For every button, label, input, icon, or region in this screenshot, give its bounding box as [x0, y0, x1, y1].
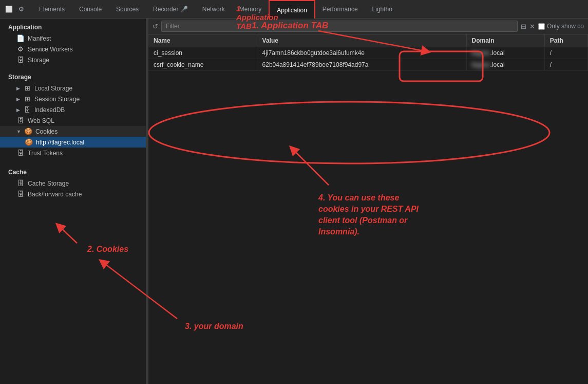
- filter-bar: ↺ ⊟ ✕ Only show co: [148, 19, 588, 34]
- cookie-name-ci-session: ci_session: [148, 47, 257, 59]
- sidebar-item-web-sql[interactable]: 🗄 Web SQL: [0, 115, 146, 126]
- blurred-domain-1: tlagrec: [472, 49, 490, 57]
- cookie-path-ci-session: /: [544, 47, 587, 59]
- sidebar-item-domain-url-label: http://tlagrec.local: [36, 139, 84, 146]
- cookies-icon: 🍪: [24, 127, 32, 135]
- storage-section-title: Storage: [0, 68, 146, 83]
- indexeddb-icon: 🗄: [23, 106, 31, 114]
- sidebar-item-storage[interactable]: 🗄 Storage: [0, 54, 146, 65]
- col-header-value: Value: [257, 34, 466, 47]
- col-header-domain: Domain: [466, 34, 544, 47]
- main-layout: Application 📄 Manifest ⚙ Service Workers…: [0, 19, 588, 384]
- arrow-local-storage: ▶: [16, 86, 20, 91]
- tab-application[interactable]: Application: [269, 0, 315, 19]
- col-header-name: Name: [148, 34, 257, 47]
- cookie-domain-csrf: tlagrec.local: [466, 59, 544, 71]
- table-row[interactable]: csrf_cookie_name 62b04a891414ef789bee710…: [148, 59, 588, 71]
- cookie-name-csrf: csrf_cookie_name: [148, 59, 257, 71]
- cookie-path-csrf: /: [544, 59, 587, 71]
- sidebar-item-trust-tokens-label: Trust Tokens: [28, 150, 63, 157]
- session-storage-icon: ⊞: [23, 95, 31, 103]
- sidebar-item-storage-label: Storage: [28, 57, 49, 64]
- tab-bar: ⬜ ⚙ Elements Console Sources Recorder 🎤 …: [0, 0, 588, 19]
- cookie-table: Name Value Domain Path ci_session 4ji7am…: [148, 34, 588, 384]
- sidebar-item-cookies[interactable]: ▼ 🍪 Cookies: [0, 126, 146, 137]
- only-show-label[interactable]: Only show co: [538, 23, 584, 30]
- arrow-cookies: ▼: [16, 129, 21, 134]
- tab-memory[interactable]: Memory: [232, 0, 269, 19]
- tab-elements[interactable]: Elements: [32, 0, 72, 19]
- sidebar-item-cache-storage[interactable]: 🗄 Cache Storage: [0, 178, 146, 189]
- cache-storage-icon: 🗄: [16, 179, 25, 187]
- filter-controls: ⊟ ✕ Only show co: [521, 23, 584, 30]
- back-forward-cache-icon: 🗄: [16, 190, 25, 198]
- cookie-url-icon: 🍪: [25, 138, 33, 146]
- domain-tld-1: local: [492, 49, 505, 57]
- tab-performance[interactable]: Performance: [315, 0, 365, 19]
- cache-section-title: Cache: [0, 163, 146, 178]
- cookies-data-table: Name Value Domain Path ci_session 4ji7am…: [148, 34, 588, 71]
- content-area: ↺ ⊟ ✕ Only show co Name Value Domain: [148, 19, 588, 384]
- sidebar-item-session-storage-label: Session Storage: [34, 96, 80, 103]
- sidebar-item-back-forward-cache[interactable]: 🗄 Back/forward cache: [0, 189, 146, 199]
- only-show-checkbox[interactable]: [538, 23, 545, 30]
- service-workers-icon: ⚙: [16, 45, 25, 53]
- cookie-value-ci-session: 4ji7amn186ckbo0gutdoe3ai6ufumk4e: [257, 47, 466, 59]
- tab-recorder[interactable]: Recorder 🎤: [146, 0, 195, 19]
- sidebar-item-local-storage[interactable]: ▶ ⊞ Local Storage: [0, 83, 146, 94]
- sidebar-item-indexeddb-label: IndexedDB: [34, 106, 65, 114]
- storage-icon: 🗄: [16, 56, 25, 64]
- sidebar-item-service-workers[interactable]: ⚙ Service Workers: [0, 44, 146, 54]
- blurred-domain-2: tlagrec: [472, 61, 490, 68]
- dock-icon[interactable]: ⬜: [4, 5, 13, 14]
- tab-lighthouse[interactable]: Lightho: [365, 0, 400, 19]
- sidebar-item-session-storage[interactable]: ▶ ⊞ Session Storage: [0, 94, 146, 104]
- cookie-domain-ci-session: tlagrec.local: [466, 47, 544, 59]
- table-row[interactable]: ci_session 4ji7amn186ckbo0gutdoe3ai6ufum…: [148, 47, 588, 59]
- filter-input[interactable]: [161, 21, 518, 32]
- arrow-session-storage: ▶: [16, 97, 20, 102]
- tab-network[interactable]: Network: [195, 0, 232, 19]
- local-storage-icon: ⊞: [23, 84, 31, 92]
- sidebar-item-cache-storage-label: Cache Storage: [28, 180, 69, 187]
- sidebar-item-cookies-label: Cookies: [35, 128, 58, 135]
- settings-icon[interactable]: ⚙: [16, 5, 26, 14]
- tab-sources[interactable]: Sources: [109, 0, 146, 19]
- sidebar-item-trust-tokens[interactable]: 🗄 Trust Tokens: [0, 148, 146, 158]
- only-show-text: Only show co: [547, 23, 584, 30]
- sidebar-item-manifest-label: Manifest: [28, 35, 51, 42]
- sidebar-item-service-workers-label: Service Workers: [28, 46, 73, 53]
- domain-tld-2: local: [492, 61, 505, 68]
- sidebar-item-web-sql-label: Web SQL: [28, 117, 54, 124]
- filter-options-button[interactable]: ⊟: [521, 23, 526, 30]
- sidebar-item-manifest[interactable]: 📄 Manifest: [0, 33, 146, 44]
- refresh-button[interactable]: ↺: [153, 23, 158, 30]
- col-header-path: Path: [544, 34, 587, 47]
- sidebar-item-indexeddb[interactable]: ▶ 🗄 IndexedDB: [0, 104, 146, 115]
- table-header-row: Name Value Domain Path: [148, 34, 588, 47]
- trust-tokens-icon: 🗄: [16, 149, 25, 157]
- tab-console[interactable]: Console: [72, 0, 109, 19]
- sidebar-item-local-storage-label: Local Storage: [34, 85, 72, 92]
- application-section-title: Application: [0, 19, 146, 33]
- sidebar-item-domain-url[interactable]: 🍪 http://tlagrec.local: [0, 137, 146, 148]
- manifest-icon: 📄: [16, 34, 25, 42]
- cookie-value-csrf: 62b04a891414ef789bee7108f94ad97a: [257, 59, 466, 71]
- sidebar-item-back-forward-cache-label: Back/forward cache: [28, 191, 82, 198]
- web-sql-icon: 🗄: [16, 117, 25, 124]
- sidebar: Application 📄 Manifest ⚙ Service Workers…: [0, 19, 146, 384]
- arrow-indexeddb: ▶: [16, 107, 20, 113]
- devtools-icons: ⬜ ⚙: [4, 5, 26, 14]
- filter-close-button[interactable]: ✕: [529, 23, 535, 30]
